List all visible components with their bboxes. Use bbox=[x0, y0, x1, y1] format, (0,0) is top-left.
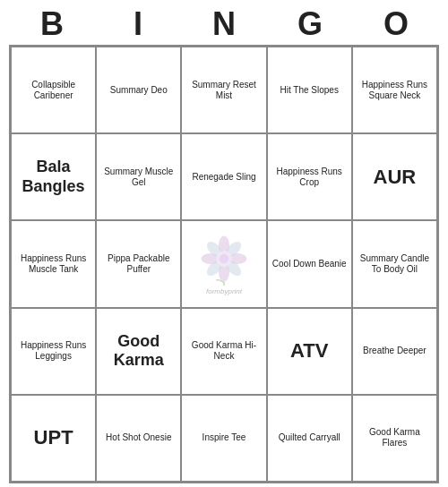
bingo-cell-6[interactable]: Summary Muscle Gel bbox=[96, 133, 181, 220]
bingo-cell-15[interactable]: Happiness Runs Leggings bbox=[11, 308, 96, 395]
header-g: G bbox=[271, 5, 349, 43]
header-b: B bbox=[13, 5, 91, 43]
bingo-cell-18[interactable]: ATV bbox=[267, 308, 352, 395]
bingo-cell-14[interactable]: Summary Candle To Body Oil bbox=[352, 220, 437, 307]
bingo-cell-10[interactable]: Happiness Runs Muscle Tank bbox=[11, 220, 96, 307]
bingo-cell-2[interactable]: Summary Reset Mist bbox=[181, 47, 266, 133]
bingo-cell-5[interactable]: Bala Bangles bbox=[11, 133, 96, 220]
bingo-cell-17[interactable]: Good Karma Hi-Neck bbox=[181, 308, 266, 395]
bingo-cell-13[interactable]: Cool Down Beanie bbox=[267, 220, 352, 307]
bingo-cell-4[interactable]: Happiness Runs Square Neck bbox=[352, 47, 437, 133]
bingo-grid: Collapsible CaribenerSummary DeoSummary … bbox=[9, 45, 439, 483]
bingo-cell-3[interactable]: Hit The Slopes bbox=[267, 47, 352, 133]
bingo-cell-12[interactable]: formbyprint bbox=[181, 220, 266, 307]
bingo-cell-21[interactable]: Hot Shot Onesie bbox=[96, 395, 181, 482]
bingo-cell-9[interactable]: AUR bbox=[352, 133, 437, 220]
bingo-header: B I N G O bbox=[9, 0, 439, 45]
center-label: formbyprint bbox=[206, 287, 242, 296]
bingo-cell-24[interactable]: Good Karma Flares bbox=[352, 395, 437, 482]
header-n: N bbox=[185, 5, 263, 43]
svg-point-9 bbox=[220, 254, 229, 264]
bingo-cell-16[interactable]: Good Karma bbox=[96, 308, 181, 395]
bingo-cell-8[interactable]: Happiness Runs Crop bbox=[267, 133, 352, 220]
header-o: O bbox=[357, 5, 435, 43]
bingo-cell-23[interactable]: Quilted Carryall bbox=[267, 395, 352, 482]
bingo-cell-11[interactable]: Pippa Packable Puffer bbox=[96, 220, 181, 307]
center-watermark-icon bbox=[197, 232, 251, 286]
bingo-cell-0[interactable]: Collapsible Caribener bbox=[11, 47, 96, 133]
bingo-cell-7[interactable]: Renegade Sling bbox=[181, 133, 266, 220]
bingo-cell-1[interactable]: Summary Deo bbox=[96, 47, 181, 133]
bingo-cell-20[interactable]: UPT bbox=[11, 395, 96, 482]
header-i: I bbox=[99, 5, 177, 43]
bingo-cell-22[interactable]: Inspire Tee bbox=[181, 395, 266, 482]
bingo-cell-19[interactable]: Breathe Deeper bbox=[352, 308, 437, 395]
